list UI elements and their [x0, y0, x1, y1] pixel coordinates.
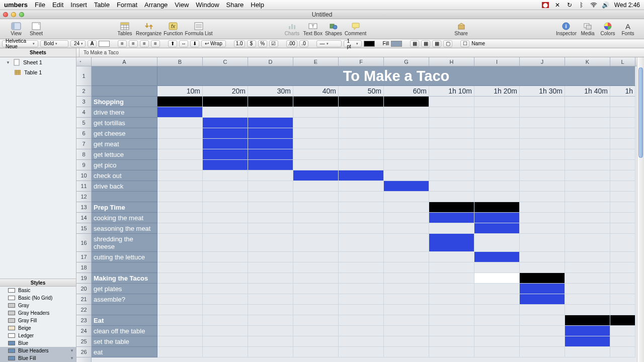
gantt-cell[interactable] — [339, 139, 384, 149]
gantt-cell[interactable] — [565, 252, 610, 262]
task-label-cell[interactable]: get lettuce — [92, 149, 157, 160]
gantt-cell[interactable] — [520, 149, 565, 160]
sidebar-sheet-item[interactable]: ▼ Sheet 1 — [0, 57, 76, 67]
task-label-cell[interactable]: Prep Time — [92, 202, 157, 213]
fill-swatch[interactable] — [391, 41, 402, 47]
row-header[interactable]: 19 — [76, 273, 91, 284]
time-header-cell[interactable]: 10m — [157, 86, 203, 97]
gantt-cell[interactable] — [248, 118, 293, 128]
media-button[interactable]: Media — [579, 22, 597, 36]
function-button[interactable]: fxFunction — [164, 22, 183, 36]
gantt-cell[interactable] — [520, 315, 565, 326]
gantt-cell[interactable] — [520, 273, 565, 284]
format-percent-button[interactable]: % — [258, 40, 267, 47]
gantt-cell[interactable] — [203, 234, 248, 252]
column-headers[interactable]: ABCDEFGHIJKL — [92, 57, 637, 66]
border-style-select[interactable]: — ▾ — [316, 40, 342, 47]
shapes-button[interactable]: Shapes — [325, 22, 343, 36]
disclosure-triangle-icon[interactable]: ▼ — [6, 60, 10, 65]
gantt-cell[interactable] — [429, 128, 474, 139]
gantt-cell[interactable] — [248, 107, 293, 118]
gantt-cell[interactable] — [384, 149, 429, 160]
task-label-cell[interactable]: cutting the lettuce — [92, 252, 157, 262]
gantt-cell[interactable] — [429, 139, 474, 149]
row-header[interactable]: 13 — [76, 202, 91, 213]
gantt-cell[interactable] — [474, 262, 520, 273]
gantt-cell[interactable] — [339, 107, 384, 118]
gantt-cell[interactable] — [203, 128, 248, 139]
gantt-cell[interactable] — [384, 181, 429, 192]
gantt-cell[interactable] — [293, 160, 339, 170]
gantt-cell[interactable] — [248, 160, 293, 170]
table-title[interactable]: To Make a Taco — [157, 66, 635, 86]
gantt-cell[interactable] — [339, 326, 384, 336]
gantt-cell[interactable] — [429, 234, 474, 252]
gantt-cell[interactable] — [157, 97, 203, 107]
spreadsheet-area[interactable]: ABCDEFGHIJKL 123456789101112131415161718… — [76, 57, 644, 362]
gantt-cell[interactable] — [610, 284, 635, 294]
gantt-cell[interactable] — [339, 149, 384, 160]
menu-format[interactable]: Format — [117, 1, 137, 9]
gantt-cell[interactable] — [474, 213, 520, 223]
gantt-cell[interactable] — [157, 181, 203, 192]
gantt-cell[interactable] — [474, 139, 520, 149]
gantt-cell[interactable] — [157, 128, 203, 139]
time-header-cell[interactable]: 30m — [248, 86, 293, 97]
gantt-cell[interactable] — [203, 262, 248, 273]
row-header[interactable]: 3 — [76, 97, 91, 107]
gantt-cell[interactable] — [384, 294, 429, 305]
gantt-cell[interactable] — [474, 273, 520, 284]
gantt-cell[interactable] — [248, 347, 293, 357]
gantt-cell[interactable] — [293, 284, 339, 294]
gantt-cell[interactable] — [384, 118, 429, 128]
gantt-cell[interactable] — [474, 160, 520, 170]
sheet-button[interactable]: Sheet — [27, 22, 45, 36]
chevron-down-icon[interactable]: ▼ — [70, 348, 74, 353]
style-item[interactable]: Blue Headers▼ — [0, 347, 76, 354]
gantt-cell[interactable] — [339, 223, 384, 234]
gantt-cell[interactable] — [474, 149, 520, 160]
gantt-cell[interactable] — [293, 97, 339, 107]
gantt-cell[interactable] — [520, 305, 565, 315]
task-label-cell[interactable]: check out — [92, 170, 157, 181]
task-label-cell[interactable]: clean off the table — [92, 326, 157, 336]
time-machine-icon[interactable]: ↻ — [566, 2, 573, 9]
gantt-cell[interactable] — [248, 326, 293, 336]
gantt-cell[interactable] — [203, 181, 248, 192]
column-header[interactable]: F — [339, 57, 384, 66]
time-header-cell[interactable]: 20m — [203, 86, 248, 97]
row-header[interactable]: 22 — [76, 305, 91, 315]
row-header[interactable]: 10 — [76, 170, 91, 181]
gantt-cell[interactable] — [293, 305, 339, 315]
format-number-button[interactable]: 1.0 — [234, 40, 245, 47]
gantt-cell[interactable] — [293, 181, 339, 192]
gantt-cell[interactable] — [474, 97, 520, 107]
gantt-cell[interactable] — [339, 202, 384, 213]
gantt-cell[interactable] — [384, 192, 429, 202]
column-header[interactable]: G — [384, 57, 429, 66]
row-header[interactable]: 20 — [76, 284, 91, 294]
gantt-cell[interactable] — [474, 118, 520, 128]
gantt-cell[interactable] — [157, 202, 203, 213]
gantt-cell[interactable] — [520, 336, 565, 347]
gantt-cell[interactable] — [565, 181, 610, 192]
gantt-cell[interactable] — [157, 118, 203, 128]
gantt-cell[interactable] — [293, 294, 339, 305]
gantt-cell[interactable] — [429, 315, 474, 326]
row-header[interactable]: 25 — [76, 336, 91, 347]
gantt-cell[interactable] — [565, 284, 610, 294]
time-header-cell[interactable]: 1h 30m — [520, 86, 565, 97]
gantt-cell[interactable] — [384, 252, 429, 262]
gantt-cell[interactable] — [384, 202, 429, 213]
gantt-cell[interactable] — [565, 326, 610, 336]
gantt-cell[interactable] — [339, 213, 384, 223]
gantt-cell[interactable] — [565, 262, 610, 273]
task-label-cell[interactable]: get plates — [92, 284, 157, 294]
gantt-cell[interactable] — [565, 336, 610, 347]
gantt-cell[interactable] — [429, 284, 474, 294]
column-header[interactable]: B — [157, 57, 203, 66]
gantt-cell[interactable] — [203, 336, 248, 347]
row-header[interactable]: 15 — [76, 223, 91, 234]
time-header-cell[interactable]: 60m — [384, 86, 429, 97]
borders-all-button[interactable]: ▦ — [432, 40, 441, 47]
